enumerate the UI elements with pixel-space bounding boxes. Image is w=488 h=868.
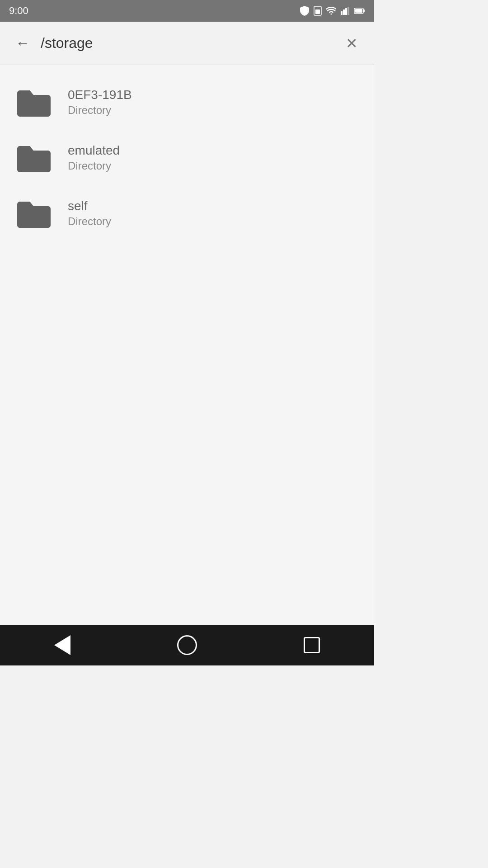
nav-recent-icon	[304, 637, 320, 653]
svg-rect-5	[347, 7, 349, 15]
folder-icon	[14, 85, 54, 119]
svg-rect-1	[315, 9, 320, 14]
nav-recent-button[interactable]	[294, 627, 330, 663]
page-title: /storage	[41, 35, 338, 52]
list-item[interactable]: 0EF3-191B Directory	[0, 74, 374, 130]
signal-icon	[341, 7, 350, 15]
file-name: 0EF3-191B	[68, 88, 132, 102]
svg-rect-2	[341, 11, 343, 15]
wifi-icon	[326, 7, 336, 15]
file-name: self	[68, 199, 111, 213]
svg-rect-4	[345, 8, 347, 15]
battery-icon	[354, 7, 365, 14]
file-name: emulated	[68, 143, 120, 158]
file-info: self Directory	[68, 199, 111, 228]
shield-icon	[300, 6, 309, 16]
status-bar: 9:00	[0, 0, 374, 22]
back-button[interactable]: ←	[9, 30, 36, 57]
nav-back-button[interactable]	[44, 627, 80, 663]
folder-icon	[14, 196, 54, 230]
file-list: 0EF3-191B Directory emulated Directory s…	[0, 65, 374, 625]
file-type: Directory	[68, 160, 120, 172]
nav-bar	[0, 625, 374, 665]
svg-rect-8	[355, 9, 362, 13]
toolbar: ← /storage ✕	[0, 22, 374, 65]
file-info: emulated Directory	[68, 143, 120, 172]
folder-icon	[14, 141, 54, 175]
list-item[interactable]: self Directory	[0, 185, 374, 241]
status-icons	[300, 6, 365, 16]
list-item[interactable]: emulated Directory	[0, 130, 374, 185]
status-time: 9:00	[9, 5, 28, 17]
nav-home-icon	[177, 635, 197, 655]
file-info: 0EF3-191B Directory	[68, 88, 132, 117]
svg-rect-3	[343, 9, 345, 15]
nav-home-button[interactable]	[169, 627, 205, 663]
nav-back-icon	[54, 635, 70, 655]
sim-icon	[314, 6, 322, 16]
file-type: Directory	[68, 104, 132, 117]
close-icon: ✕	[346, 35, 358, 52]
svg-rect-7	[363, 9, 365, 12]
back-arrow-icon: ←	[15, 35, 30, 52]
close-button[interactable]: ✕	[338, 30, 365, 57]
file-type: Directory	[68, 215, 111, 228]
